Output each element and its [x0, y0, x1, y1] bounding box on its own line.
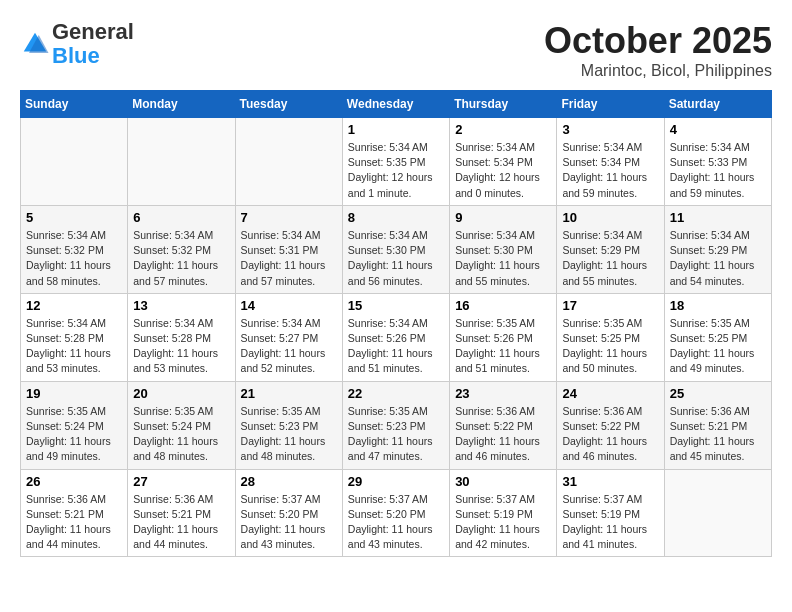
calendar-cell: 10Sunrise: 5:34 AM Sunset: 5:29 PM Dayli… [557, 205, 664, 293]
calendar-cell: 9Sunrise: 5:34 AM Sunset: 5:30 PM Daylig… [450, 205, 557, 293]
day-number: 19 [26, 386, 122, 401]
day-number: 24 [562, 386, 658, 401]
day-info: Sunrise: 5:35 AM Sunset: 5:25 PM Dayligh… [670, 316, 766, 377]
calendar-cell: 5Sunrise: 5:34 AM Sunset: 5:32 PM Daylig… [21, 205, 128, 293]
calendar-cell: 24Sunrise: 5:36 AM Sunset: 5:22 PM Dayli… [557, 381, 664, 469]
day-info: Sunrise: 5:37 AM Sunset: 5:19 PM Dayligh… [455, 492, 551, 553]
day-number: 30 [455, 474, 551, 489]
day-number: 10 [562, 210, 658, 225]
calendar-cell [235, 118, 342, 206]
weekday-header-monday: Monday [128, 91, 235, 118]
calendar-header-row: SundayMondayTuesdayWednesdayThursdayFrid… [21, 91, 772, 118]
day-info: Sunrise: 5:37 AM Sunset: 5:20 PM Dayligh… [348, 492, 444, 553]
calendar-cell: 8Sunrise: 5:34 AM Sunset: 5:30 PM Daylig… [342, 205, 449, 293]
logo-icon [20, 29, 50, 59]
day-number: 7 [241, 210, 337, 225]
month-title: October 2025 [544, 20, 772, 62]
calendar-cell: 27Sunrise: 5:36 AM Sunset: 5:21 PM Dayli… [128, 469, 235, 557]
day-number: 18 [670, 298, 766, 313]
day-info: Sunrise: 5:36 AM Sunset: 5:21 PM Dayligh… [26, 492, 122, 553]
day-number: 28 [241, 474, 337, 489]
weekday-header-thursday: Thursday [450, 91, 557, 118]
calendar-cell: 23Sunrise: 5:36 AM Sunset: 5:22 PM Dayli… [450, 381, 557, 469]
calendar-cell: 25Sunrise: 5:36 AM Sunset: 5:21 PM Dayli… [664, 381, 771, 469]
day-number: 31 [562, 474, 658, 489]
day-info: Sunrise: 5:36 AM Sunset: 5:22 PM Dayligh… [455, 404, 551, 465]
day-info: Sunrise: 5:34 AM Sunset: 5:35 PM Dayligh… [348, 140, 444, 201]
day-number: 4 [670, 122, 766, 137]
day-info: Sunrise: 5:34 AM Sunset: 5:29 PM Dayligh… [562, 228, 658, 289]
logo-general: General [52, 19, 134, 44]
day-info: Sunrise: 5:34 AM Sunset: 5:29 PM Dayligh… [670, 228, 766, 289]
day-number: 25 [670, 386, 766, 401]
day-info: Sunrise: 5:34 AM Sunset: 5:31 PM Dayligh… [241, 228, 337, 289]
calendar-cell: 6Sunrise: 5:34 AM Sunset: 5:32 PM Daylig… [128, 205, 235, 293]
location-subtitle: Marintoc, Bicol, Philippines [544, 62, 772, 80]
day-number: 5 [26, 210, 122, 225]
day-number: 13 [133, 298, 229, 313]
day-info: Sunrise: 5:34 AM Sunset: 5:33 PM Dayligh… [670, 140, 766, 201]
day-number: 1 [348, 122, 444, 137]
calendar-week-5: 26Sunrise: 5:36 AM Sunset: 5:21 PM Dayli… [21, 469, 772, 557]
calendar-cell: 7Sunrise: 5:34 AM Sunset: 5:31 PM Daylig… [235, 205, 342, 293]
day-info: Sunrise: 5:35 AM Sunset: 5:26 PM Dayligh… [455, 316, 551, 377]
day-number: 12 [26, 298, 122, 313]
day-number: 15 [348, 298, 444, 313]
day-info: Sunrise: 5:34 AM Sunset: 5:32 PM Dayligh… [26, 228, 122, 289]
calendar-cell: 17Sunrise: 5:35 AM Sunset: 5:25 PM Dayli… [557, 293, 664, 381]
day-number: 17 [562, 298, 658, 313]
day-number: 29 [348, 474, 444, 489]
day-info: Sunrise: 5:34 AM Sunset: 5:28 PM Dayligh… [133, 316, 229, 377]
calendar-cell: 3Sunrise: 5:34 AM Sunset: 5:34 PM Daylig… [557, 118, 664, 206]
day-info: Sunrise: 5:35 AM Sunset: 5:24 PM Dayligh… [133, 404, 229, 465]
logo-blue: Blue [52, 43, 100, 68]
calendar-cell [21, 118, 128, 206]
calendar-cell: 2Sunrise: 5:34 AM Sunset: 5:34 PM Daylig… [450, 118, 557, 206]
day-number: 3 [562, 122, 658, 137]
day-info: Sunrise: 5:35 AM Sunset: 5:25 PM Dayligh… [562, 316, 658, 377]
logo-text: General Blue [52, 20, 134, 68]
calendar-cell [128, 118, 235, 206]
calendar-week-2: 5Sunrise: 5:34 AM Sunset: 5:32 PM Daylig… [21, 205, 772, 293]
day-number: 22 [348, 386, 444, 401]
calendar-cell: 26Sunrise: 5:36 AM Sunset: 5:21 PM Dayli… [21, 469, 128, 557]
calendar-cell: 31Sunrise: 5:37 AM Sunset: 5:19 PM Dayli… [557, 469, 664, 557]
weekday-header-wednesday: Wednesday [342, 91, 449, 118]
calendar-cell: 12Sunrise: 5:34 AM Sunset: 5:28 PM Dayli… [21, 293, 128, 381]
calendar-cell: 13Sunrise: 5:34 AM Sunset: 5:28 PM Dayli… [128, 293, 235, 381]
day-info: Sunrise: 5:34 AM Sunset: 5:26 PM Dayligh… [348, 316, 444, 377]
day-info: Sunrise: 5:34 AM Sunset: 5:28 PM Dayligh… [26, 316, 122, 377]
day-number: 2 [455, 122, 551, 137]
day-info: Sunrise: 5:34 AM Sunset: 5:34 PM Dayligh… [455, 140, 551, 201]
calendar-week-4: 19Sunrise: 5:35 AM Sunset: 5:24 PM Dayli… [21, 381, 772, 469]
calendar-cell: 28Sunrise: 5:37 AM Sunset: 5:20 PM Dayli… [235, 469, 342, 557]
day-number: 23 [455, 386, 551, 401]
day-info: Sunrise: 5:37 AM Sunset: 5:20 PM Dayligh… [241, 492, 337, 553]
day-number: 8 [348, 210, 444, 225]
calendar-week-3: 12Sunrise: 5:34 AM Sunset: 5:28 PM Dayli… [21, 293, 772, 381]
calendar-cell: 22Sunrise: 5:35 AM Sunset: 5:23 PM Dayli… [342, 381, 449, 469]
title-block: October 2025 Marintoc, Bicol, Philippine… [544, 20, 772, 80]
page-header: General Blue October 2025 Marintoc, Bico… [20, 20, 772, 80]
day-number: 14 [241, 298, 337, 313]
calendar-cell: 16Sunrise: 5:35 AM Sunset: 5:26 PM Dayli… [450, 293, 557, 381]
calendar-cell: 15Sunrise: 5:34 AM Sunset: 5:26 PM Dayli… [342, 293, 449, 381]
calendar-cell: 29Sunrise: 5:37 AM Sunset: 5:20 PM Dayli… [342, 469, 449, 557]
calendar-cell: 20Sunrise: 5:35 AM Sunset: 5:24 PM Dayli… [128, 381, 235, 469]
day-info: Sunrise: 5:35 AM Sunset: 5:24 PM Dayligh… [26, 404, 122, 465]
calendar-table: SundayMondayTuesdayWednesdayThursdayFrid… [20, 90, 772, 557]
calendar-cell: 21Sunrise: 5:35 AM Sunset: 5:23 PM Dayli… [235, 381, 342, 469]
day-info: Sunrise: 5:34 AM Sunset: 5:27 PM Dayligh… [241, 316, 337, 377]
day-number: 26 [26, 474, 122, 489]
calendar-week-1: 1Sunrise: 5:34 AM Sunset: 5:35 PM Daylig… [21, 118, 772, 206]
day-info: Sunrise: 5:36 AM Sunset: 5:21 PM Dayligh… [670, 404, 766, 465]
calendar-cell: 1Sunrise: 5:34 AM Sunset: 5:35 PM Daylig… [342, 118, 449, 206]
day-info: Sunrise: 5:34 AM Sunset: 5:32 PM Dayligh… [133, 228, 229, 289]
day-number: 27 [133, 474, 229, 489]
calendar-cell: 19Sunrise: 5:35 AM Sunset: 5:24 PM Dayli… [21, 381, 128, 469]
day-info: Sunrise: 5:34 AM Sunset: 5:30 PM Dayligh… [348, 228, 444, 289]
day-info: Sunrise: 5:35 AM Sunset: 5:23 PM Dayligh… [348, 404, 444, 465]
calendar-cell: 11Sunrise: 5:34 AM Sunset: 5:29 PM Dayli… [664, 205, 771, 293]
calendar-cell: 30Sunrise: 5:37 AM Sunset: 5:19 PM Dayli… [450, 469, 557, 557]
calendar-cell: 18Sunrise: 5:35 AM Sunset: 5:25 PM Dayli… [664, 293, 771, 381]
